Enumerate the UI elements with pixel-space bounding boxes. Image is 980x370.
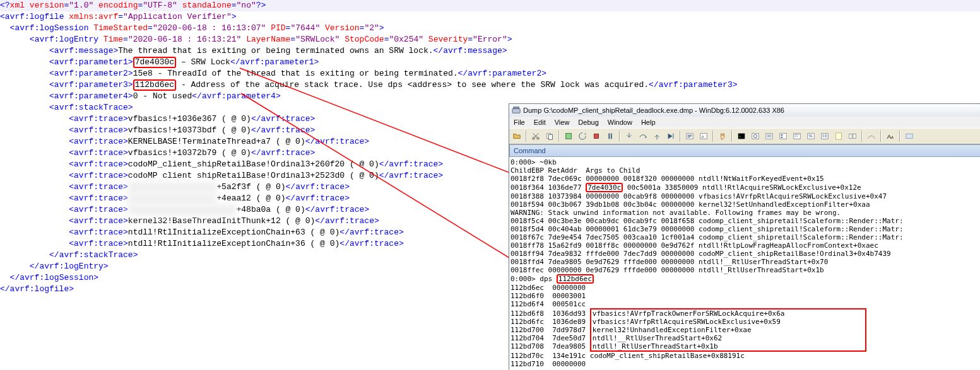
svg-rect-7 [548, 134, 552, 139]
windbg-app-icon [512, 106, 521, 115]
svg-rect-26 [822, 134, 829, 139]
options-icon[interactable] [903, 130, 916, 142]
cmd-window-icon[interactable]: > [735, 130, 748, 142]
svg-rect-25 [808, 134, 815, 139]
highlight-srwlock-addr: 7de4030c [586, 183, 623, 192]
svg-rect-11 [611, 134, 612, 139]
restart-icon[interactable] [576, 130, 589, 142]
watch-icon[interactable] [749, 130, 762, 142]
stack-symbol-box: vfbasics!AVrfpTrackOwnerForSRWLockAcquir… [590, 308, 866, 318]
stack-symbol-box: kernel32!UnhandledExceptionFilter+0xae [590, 326, 866, 334]
notes-icon[interactable] [832, 130, 845, 142]
menu-window[interactable]: Window [603, 115, 637, 129]
registers-icon[interactable] [777, 130, 789, 142]
command-output[interactable]: 0:000> ~0kb ChildEBP RetAddr Args to Chi… [509, 157, 980, 370]
memory-icon[interactable] [791, 130, 803, 142]
step-out-icon[interactable] [651, 130, 663, 142]
open-icon[interactable] [511, 130, 523, 142]
param3-value: 112bd6ec [133, 79, 176, 91]
svg-rect-21 [780, 134, 787, 139]
svg-text:>: > [739, 134, 741, 139]
svg-rect-9 [594, 134, 599, 139]
svg-rect-22 [781, 134, 783, 136]
svg-rect-2 [512, 108, 520, 113]
stop-icon[interactable] [590, 130, 603, 142]
step-over-icon[interactable] [637, 130, 649, 142]
font-icon[interactable]: AA [884, 130, 897, 142]
src-mode-icon[interactable] [683, 130, 696, 142]
command-panel-header: Command [509, 144, 980, 157]
windbg-window: Dump G:\codoMP_client_shipRetail_deadloc… [509, 103, 980, 370]
svg-text:A: A [891, 135, 894, 139]
locals-icon[interactable] [763, 130, 776, 142]
menu-view[interactable]: View [550, 115, 574, 129]
run-to-cursor-icon[interactable] [664, 130, 677, 142]
svg-rect-20 [766, 134, 773, 139]
stack-symbol-box: ntdll!__RtlUserThreadStart+0x62 [590, 334, 866, 342]
menu-file[interactable]: File [509, 115, 529, 129]
menu-edit[interactable]: Edit [529, 115, 550, 129]
toolbar[interactable]: A>AA [509, 128, 980, 144]
calls-icon[interactable] [805, 130, 817, 142]
svg-rect-8 [566, 134, 572, 139]
cut-icon[interactable] [529, 130, 542, 142]
menu-debug[interactable]: Debug [574, 115, 603, 129]
break-icon[interactable] [604, 130, 617, 142]
svg-rect-32 [906, 134, 913, 139]
processes-icon[interactable] [846, 130, 859, 142]
menu-help[interactable]: Help [637, 115, 660, 129]
go-icon[interactable] [562, 130, 575, 142]
step-into-icon[interactable] [623, 130, 635, 142]
hand-icon[interactable] [716, 130, 729, 142]
disasm-icon[interactable] [818, 130, 831, 142]
highlight-dps-addr: 112bd6ec [557, 274, 594, 284]
menu-bar[interactable]: FileEditViewDebugWindowHelp [509, 117, 980, 128]
asm-mode-icon[interactable]: A [697, 130, 710, 142]
svg-rect-27 [836, 133, 842, 140]
window-title: Dump G:\codoMP_client_shipRetail_deadloc… [523, 105, 784, 116]
svg-rect-10 [608, 134, 610, 139]
stack-symbol-box: ntdll!_RtlUserThreadStart+0x1b [590, 342, 866, 352]
param1-value: 7de4030c [133, 57, 176, 68]
stack-symbol-box: vfbasics!AVrfpRtlAcquireSRWLockExclusive… [590, 318, 866, 326]
copy-icon[interactable] [543, 130, 556, 142]
svg-rect-28 [849, 134, 852, 139]
svg-rect-23 [781, 137, 783, 138]
svg-rect-12 [673, 134, 674, 139]
window-titlebar[interactable]: Dump G:\codoMP_client_shipRetail_deadloc… [509, 104, 980, 117]
svg-rect-3 [514, 107, 519, 109]
src-path-icon[interactable] [865, 130, 878, 142]
svg-rect-29 [853, 134, 856, 139]
